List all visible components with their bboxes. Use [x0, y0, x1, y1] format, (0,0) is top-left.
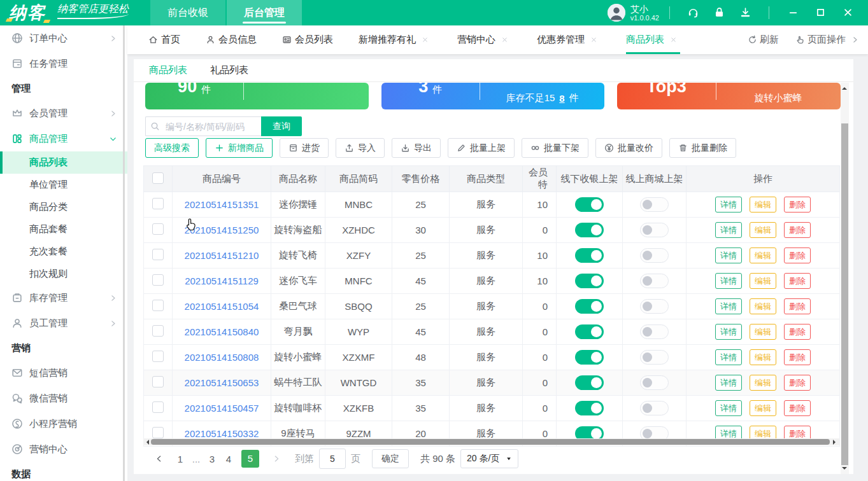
detail-button[interactable]: 详情: [715, 197, 742, 213]
toolbar-button-批量下架[interactable]: 批量下架: [522, 138, 588, 158]
row-checkbox[interactable]: [152, 376, 164, 387]
offline-toggle[interactable]: [575, 350, 604, 365]
delete-button[interactable]: 删除: [784, 247, 811, 263]
product-code-link[interactable]: 20210514151250: [173, 218, 271, 243]
offline-toggle[interactable]: [575, 223, 604, 237]
sidebar-subitem[interactable]: 扣次规则: [0, 263, 127, 285]
query-button[interactable]: 查询: [261, 116, 302, 136]
delete-button[interactable]: 删除: [784, 375, 811, 391]
jump-page-input[interactable]: [319, 449, 346, 469]
sidebar-item[interactable]: 订单中心: [0, 25, 127, 51]
product-code-link[interactable]: 20210514151210: [173, 243, 271, 268]
sidebar-item[interactable]: 营销中心: [0, 436, 127, 462]
sidebar-scrollbar[interactable]: [123, 25, 125, 481]
sidebar-item[interactable]: 商品管理: [0, 126, 127, 151]
confirm-button[interactable]: 确定: [372, 449, 409, 468]
detail-button[interactable]: 详情: [715, 298, 742, 314]
delete-button[interactable]: 删除: [784, 273, 811, 289]
refresh-button[interactable]: 刷新: [748, 34, 779, 46]
tab-新增推荐有礼[interactable]: 新增推荐有礼: [359, 25, 432, 54]
select-all-checkbox[interactable]: [152, 172, 164, 184]
scroll-up-arrow[interactable]: [842, 85, 847, 90]
sidebar-item[interactable]: 微信营销: [0, 386, 127, 411]
tab-会员列表[interactable]: 会员列表: [282, 25, 333, 54]
row-checkbox[interactable]: [152, 198, 164, 209]
toolbar-button-新增商品[interactable]: 新增商品: [206, 138, 273, 158]
offline-toggle[interactable]: [575, 299, 604, 314]
detail-button[interactable]: 详情: [715, 375, 742, 391]
product-code-link[interactable]: 20210514151054: [173, 294, 271, 319]
toolbar-button-批量删除[interactable]: 批量删除: [669, 138, 736, 158]
detail-button[interactable]: 详情: [715, 349, 742, 365]
online-toggle[interactable]: [640, 375, 669, 390]
avatar[interactable]: [608, 4, 625, 22]
offline-toggle[interactable]: [575, 401, 604, 415]
online-toggle[interactable]: [640, 350, 669, 365]
close-tab-icon[interactable]: [422, 36, 429, 43]
online-toggle[interactable]: [640, 197, 669, 212]
offline-toggle[interactable]: [575, 197, 604, 212]
edit-button[interactable]: 编辑: [750, 273, 776, 289]
detail-button[interactable]: 详情: [715, 273, 742, 289]
search-input[interactable]: [164, 121, 256, 132]
product-code-link[interactable]: 20210514150840: [173, 319, 271, 345]
page-number-1[interactable]: 1: [173, 454, 188, 464]
tab-商品列表[interactable]: 商品列表: [626, 25, 680, 54]
toolbar-button-批量改价[interactable]: 批量改价: [595, 138, 662, 158]
tab-营销中心[interactable]: 营销中心: [457, 25, 511, 54]
minimize-icon[interactable]: [788, 7, 799, 18]
sidebar-item[interactable]: 会员管理: [0, 101, 127, 126]
close-tab-icon[interactable]: [590, 36, 597, 43]
edit-button[interactable]: 编辑: [750, 375, 776, 391]
scroll-left-arrow[interactable]: [144, 440, 149, 445]
toolbar-button-进货[interactable]: 进货: [280, 138, 329, 158]
page-number-3[interactable]: 3: [204, 454, 220, 464]
support-icon[interactable]: [687, 6, 699, 18]
prev-page-button[interactable]: [155, 454, 164, 463]
row-checkbox[interactable]: [152, 300, 164, 311]
subtab-商品列表[interactable]: 商品列表: [149, 64, 187, 76]
offline-toggle[interactable]: [575, 248, 604, 263]
offline-toggle[interactable]: [575, 324, 604, 339]
tab-会员信息[interactable]: 会员信息: [206, 25, 257, 54]
product-code-link[interactable]: 20210514150808: [173, 345, 271, 370]
online-toggle[interactable]: [640, 223, 669, 237]
delete-button[interactable]: 删除: [784, 324, 811, 340]
toolbar-button-导出[interactable]: 导出: [392, 138, 441, 158]
low-stock-link[interactable]: 8: [559, 93, 564, 104]
lock-icon[interactable]: [713, 6, 725, 18]
sidebar-subitem[interactable]: 商品列表: [0, 151, 127, 174]
product-code-link[interactable]: 20210514151129: [173, 268, 271, 294]
tab-首页[interactable]: 首页: [148, 25, 180, 54]
edit-button[interactable]: 编辑: [750, 324, 776, 340]
delete-button[interactable]: 删除: [784, 400, 811, 416]
edit-button[interactable]: 编辑: [750, 349, 776, 365]
horizontal-scrollbar[interactable]: [143, 438, 839, 445]
row-checkbox[interactable]: [152, 351, 164, 362]
sidebar-item[interactable]: 短信营销: [0, 360, 127, 386]
product-code-link[interactable]: 20210514150653: [173, 370, 271, 396]
edit-button[interactable]: 编辑: [750, 197, 776, 213]
detail-button[interactable]: 详情: [715, 222, 742, 238]
row-checkbox[interactable]: [152, 249, 164, 260]
sidebar-subitem[interactable]: 单位管理: [0, 174, 127, 196]
close-tab-icon[interactable]: [670, 36, 677, 43]
edit-button[interactable]: 编辑: [750, 222, 776, 238]
close-icon[interactable]: [843, 7, 853, 18]
delete-button[interactable]: 删除: [784, 298, 811, 314]
row-checkbox[interactable]: [152, 274, 164, 286]
page-size-select[interactable]: 20 条/页: [460, 449, 518, 468]
edit-button[interactable]: 编辑: [750, 298, 776, 314]
delete-button[interactable]: 删除: [784, 222, 811, 238]
mode-tab-0[interactable]: 前台收银: [150, 0, 225, 25]
detail-button[interactable]: 详情: [715, 400, 742, 416]
offline-toggle[interactable]: [575, 375, 604, 390]
delete-button[interactable]: 删除: [784, 349, 811, 365]
vertical-scroll-thumb[interactable]: [841, 123, 848, 465]
online-toggle[interactable]: [640, 324, 669, 339]
tab-优惠券管理[interactable]: 优惠券管理: [537, 25, 601, 54]
close-tab-icon[interactable]: [501, 36, 508, 43]
row-checkbox[interactable]: [152, 427, 164, 438]
product-code-link[interactable]: 20210514150457: [173, 396, 271, 421]
sidebar-subitem[interactable]: 商品分类: [0, 196, 127, 218]
